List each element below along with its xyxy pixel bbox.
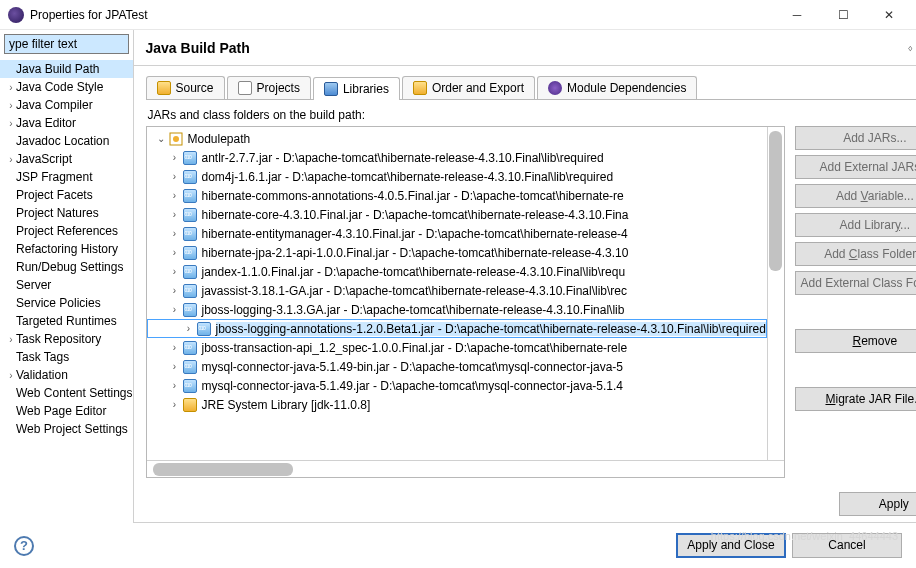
add-jars-button[interactable]: Add JARs... — [795, 126, 916, 150]
expand-icon[interactable]: › — [169, 399, 181, 410]
jar-label: antlr-2.7.7.jar - D:\apache-tomcat\hiber… — [202, 151, 604, 165]
jar-row[interactable]: ›hibernate-commons-annotations-4.0.5.Fin… — [147, 186, 767, 205]
jar-label: jandex-1.1.0.Final.jar - D:\apache-tomca… — [202, 265, 626, 279]
jar-icon — [183, 379, 197, 393]
expand-icon[interactable]: › — [183, 323, 195, 334]
sidebar-item-java-build-path[interactable]: ›Java Build Path — [0, 60, 133, 78]
jar-icon — [183, 265, 197, 279]
sidebar-item-task-repository[interactable]: ›Task Repository — [0, 330, 133, 348]
sidebar-item-label: Run/Debug Settings — [16, 260, 123, 274]
expand-icon: › — [6, 118, 16, 129]
expand-icon[interactable]: › — [169, 152, 181, 163]
jar-icon — [183, 227, 197, 241]
tab-order-and-export[interactable]: Order and Export — [402, 76, 535, 99]
sidebar-item-targeted-runtimes[interactable]: ›Targeted Runtimes — [0, 312, 133, 330]
expand-icon[interactable]: › — [169, 247, 181, 258]
sidebar-item-server[interactable]: ›Server — [0, 276, 133, 294]
sidebar-item-javadoc-location[interactable]: ›Javadoc Location — [0, 132, 133, 150]
sidebar-item-web-page-editor[interactable]: ›Web Page Editor — [0, 402, 133, 420]
jar-row[interactable]: ›hibernate-jpa-2.1-api-1.0.0.Final.jar -… — [147, 243, 767, 262]
sidebar-item-web-content-settings[interactable]: ›Web Content Settings — [0, 384, 133, 402]
jar-row[interactable]: ›jboss-logging-3.1.3.GA.jar - D:\apache-… — [147, 300, 767, 319]
sidebar-item-label: Web Project Settings — [16, 422, 128, 436]
add-class-folder-button[interactable]: Add Class Folder... — [795, 242, 916, 266]
expand-icon[interactable]: › — [169, 190, 181, 201]
sidebar-item-java-code-style[interactable]: ›Java Code Style — [0, 78, 133, 96]
tab-source[interactable]: Source — [146, 76, 225, 99]
tab-label: Projects — [257, 81, 300, 95]
filter-wrapper — [4, 34, 129, 54]
expand-icon[interactable]: › — [169, 285, 181, 296]
jar-row[interactable]: ›jboss-transaction-api_1.2_spec-1.0.0.Fi… — [147, 338, 767, 357]
tab-projects[interactable]: Projects — [227, 76, 311, 99]
jar-row[interactable]: ›hibernate-core-4.3.10.Final.jar - D:\ap… — [147, 205, 767, 224]
sidebar-item-refactoring-history[interactable]: ›Refactoring History — [0, 240, 133, 258]
jar-listbox[interactable]: ⌄Modulepath›antlr-2.7.7.jar - D:\apache-… — [146, 126, 785, 478]
back-icon[interactable]: ⬨ ▾ — [907, 41, 916, 54]
tabs: SourceProjectsLibrariesOrder and ExportM… — [146, 76, 916, 100]
sidebar-item-project-natures[interactable]: ›Project Natures — [0, 204, 133, 222]
sidebar-item-javascript[interactable]: ›JavaScript — [0, 150, 133, 168]
sidebar-item-jsp-fragment[interactable]: ›JSP Fragment — [0, 168, 133, 186]
sidebar-item-project-facets[interactable]: ›Project Facets — [0, 186, 133, 204]
tab-module-dependencies[interactable]: Module Dependencies — [537, 76, 697, 99]
expand-icon[interactable]: › — [169, 361, 181, 372]
jar-label: jboss-transaction-api_1.2_spec-1.0.0.Fin… — [202, 341, 628, 355]
jar-row[interactable]: ›jboss-logging-annotations-1.2.0.Beta1.j… — [147, 319, 767, 338]
help-icon[interactable]: ? — [14, 536, 34, 556]
sidebar-item-web-project-settings[interactable]: ›Web Project Settings — [0, 420, 133, 438]
expand-icon[interactable]: › — [169, 228, 181, 239]
expand-icon[interactable]: › — [169, 209, 181, 220]
jar-row[interactable]: ›mysql-connector-java-5.1.49.jar - D:\ap… — [147, 376, 767, 395]
jre-row[interactable]: ›JRE System Library [jdk-11.0.8] — [147, 395, 767, 414]
sidebar-item-validation[interactable]: ›Validation — [0, 366, 133, 384]
sidebar-item-java-compiler[interactable]: ›Java Compiler — [0, 96, 133, 114]
sidebar-item-java-editor[interactable]: ›Java Editor — [0, 114, 133, 132]
jar-row[interactable]: ›dom4j-1.6.1.jar - D:\apache-tomcat\hibe… — [147, 167, 767, 186]
sidebar-item-project-references[interactable]: ›Project References — [0, 222, 133, 240]
jar-row[interactable]: ›jandex-1.1.0.Final.jar - D:\apache-tomc… — [147, 262, 767, 281]
sidebar-item-label: Task Repository — [16, 332, 101, 346]
expand-icon[interactable]: › — [169, 266, 181, 277]
expand-icon: › — [6, 334, 16, 345]
add-variable-button[interactable]: Add Variable... — [795, 184, 916, 208]
expand-icon[interactable]: ⌄ — [155, 133, 167, 144]
sidebar-item-task-tags[interactable]: ›Task Tags — [0, 348, 133, 366]
jar-label: dom4j-1.6.1.jar - D:\apache-tomcat\hiber… — [202, 170, 614, 184]
sidebar-item-label: Web Content Settings — [16, 386, 133, 400]
remove-button[interactable]: Remove — [795, 329, 916, 353]
jar-row[interactable]: ›javassist-3.18.1-GA.jar - D:\apache-tom… — [147, 281, 767, 300]
expand-icon[interactable]: › — [169, 342, 181, 353]
svg-point-1 — [173, 136, 179, 142]
horizontal-scrollbar[interactable] — [147, 460, 784, 477]
tab-icon — [324, 82, 338, 96]
tab-libraries[interactable]: Libraries — [313, 77, 400, 100]
minimize-button[interactable]: ─ — [774, 0, 820, 30]
modulepath-label: Modulepath — [188, 132, 251, 146]
jar-label: jboss-logging-annotations-1.2.0.Beta1.ja… — [216, 322, 766, 336]
jar-row[interactable]: ›antlr-2.7.7.jar - D:\apache-tomcat\hibe… — [147, 148, 767, 167]
category-tree[interactable]: ›Java Build Path›Java Code Style›Java Co… — [0, 58, 133, 523]
sidebar-item-service-policies[interactable]: ›Service Policies — [0, 294, 133, 312]
close-button[interactable]: ✕ — [866, 0, 912, 30]
add-library-button[interactable]: Add Library... — [795, 213, 916, 237]
apply-and-close-button[interactable]: Apply and Close — [676, 533, 786, 558]
expand-icon[interactable]: › — [169, 380, 181, 391]
migrate-button[interactable]: Migrate JAR File... — [795, 387, 916, 411]
expand-icon[interactable]: › — [169, 171, 181, 182]
jar-row[interactable]: ›mysql-connector-java-5.1.49-bin.jar - D… — [147, 357, 767, 376]
filter-input[interactable] — [4, 34, 129, 54]
add-external-jars-button[interactable]: Add External JARs... — [795, 155, 916, 179]
tab-label: Module Dependencies — [567, 81, 686, 95]
footer: ? Apply and Close Cancel — [0, 523, 916, 568]
modulepath-node[interactable]: ⌄Modulepath — [147, 129, 767, 148]
maximize-button[interactable]: ☐ — [820, 0, 866, 30]
jar-row[interactable]: ›hibernate-entitymanager-4.3.10.Final.ja… — [147, 224, 767, 243]
sidebar: ›Java Build Path›Java Code Style›Java Co… — [0, 30, 134, 523]
expand-icon[interactable]: › — [169, 304, 181, 315]
add-external-class-folder-button[interactable]: Add External Class Folder... — [795, 271, 916, 295]
vertical-scrollbar[interactable] — [767, 127, 784, 460]
sidebar-item-run-debug-settings[interactable]: ›Run/Debug Settings — [0, 258, 133, 276]
cancel-button[interactable]: Cancel — [792, 533, 902, 558]
apply-button[interactable]: Apply — [839, 492, 916, 516]
